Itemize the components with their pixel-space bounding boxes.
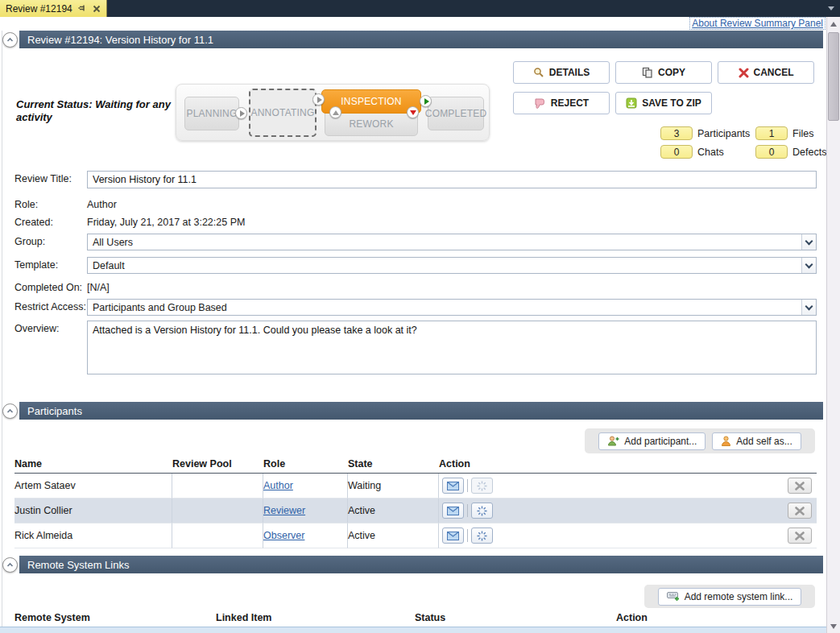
envelope-icon <box>447 507 459 515</box>
envelope-icon <box>447 532 459 540</box>
participant-role-link[interactable]: Observer <box>263 530 304 541</box>
workflow-stage-planning: PLANNING <box>184 97 239 130</box>
remove-participant-button[interactable] <box>788 503 812 519</box>
copy-button[interactable]: COPY <box>615 61 712 84</box>
poke-icon <box>477 481 487 491</box>
panel-bottom-edge <box>0 627 826 633</box>
tab-list-chevron-icon[interactable] <box>828 6 834 10</box>
cancel-button[interactable]: CANCEL <box>718 61 814 84</box>
group-label: Group: <box>14 234 87 247</box>
collapse-remote-button[interactable] <box>2 557 18 573</box>
participant-name: Rick Almeida <box>14 523 172 548</box>
add-remote-system-link-button[interactable]: Add remote system link... <box>658 588 802 606</box>
participants-section-title: Participants <box>27 405 82 417</box>
participant-pool <box>172 523 263 548</box>
red-x-icon <box>739 68 749 78</box>
scroll-up-button[interactable] <box>827 17 840 31</box>
participants-table: Name Review Pool Role State Action Artem… <box>14 456 817 548</box>
template-label: Template: <box>14 257 87 271</box>
remote-table: Remote System Linked Item Status Action <box>14 610 817 627</box>
review-counters: 3 Participants 1 Files 0 Chats 0 Defects <box>660 126 839 159</box>
remote-section-header[interactable]: Remote System Links <box>19 556 823 573</box>
participant-pool <box>172 499 263 523</box>
details-button[interactable]: DETAILS <box>513 61 610 84</box>
created-value: Friday, July 21, 2017 at 3:22:25 PM <box>87 214 245 228</box>
collapse-participants-button[interactable] <box>2 403 18 419</box>
scroll-up-icon <box>830 22 837 27</box>
participants-toolbar: Add participant... Add self as... <box>585 428 815 453</box>
email-participant-button[interactable] <box>442 528 464 544</box>
remove-participant-button[interactable] <box>788 478 812 494</box>
cancel-label: CANCEL <box>754 67 794 78</box>
add-person-icon <box>607 436 619 446</box>
close-icon[interactable] <box>93 5 101 13</box>
participants-section-header[interactable]: Participants <box>19 402 823 420</box>
poke-participant-button[interactable] <box>471 503 493 519</box>
add-self-as-button[interactable]: Add self as... <box>712 432 801 450</box>
tab-review[interactable]: Review #12194 <box>0 0 107 17</box>
copy-icon <box>642 67 653 78</box>
magnifier-icon <box>533 67 544 78</box>
poke-participant-button-disabled <box>471 478 493 494</box>
poke-icon <box>477 531 487 541</box>
delete-x-icon <box>795 532 805 540</box>
role-value: Author <box>87 197 117 210</box>
reject-button[interactable]: REJECT <box>513 92 610 114</box>
thumbs-down-icon <box>534 97 546 109</box>
col-role: Role <box>263 456 348 474</box>
overview-textarea[interactable]: Attached is a Version History for 11.1. … <box>87 321 817 374</box>
vertical-scrollbar[interactable] <box>826 17 840 633</box>
chevron-up-icon <box>6 35 14 44</box>
participant-pool <box>172 474 263 499</box>
completed-on-value: [N/A] <box>87 279 110 293</box>
col-state: State <box>348 456 439 474</box>
participant-row[interactable]: Rick Almeida Observer Active <box>14 523 817 548</box>
remove-participant-button[interactable] <box>788 528 812 544</box>
summary-section-header[interactable]: Review #12194: Version History for 11.1 <box>19 31 823 48</box>
action-divider <box>467 504 468 517</box>
email-participant-button[interactable] <box>442 503 464 519</box>
chevron-down-icon[interactable] <box>801 300 816 315</box>
email-participant-button[interactable] <box>442 478 464 494</box>
review-title-input[interactable] <box>87 171 817 188</box>
participant-name: Justin Collier <box>14 499 172 523</box>
workflow-stage-completed: COMPLETED <box>428 97 484 130</box>
review-title-label: Review Title: <box>14 171 87 184</box>
role-label: Role: <box>14 197 87 210</box>
participant-row-selected[interactable]: Justin Collier Reviewer Active <box>14 499 817 523</box>
help-strip: About Review Summary Panel <box>0 17 826 31</box>
defects-count-badge: 0 <box>755 145 788 159</box>
col-status: Status <box>415 610 616 627</box>
save-to-zip-button[interactable]: SAVE TO ZIP <box>615 92 712 114</box>
participant-role-link[interactable]: Reviewer <box>263 505 305 516</box>
add-participant-button[interactable]: Add participant... <box>598 432 706 450</box>
scroll-down-icon <box>830 624 837 629</box>
poke-participant-button[interactable] <box>471 528 493 544</box>
workflow-down-icon[interactable] <box>407 106 419 118</box>
add-participant-label: Add participant... <box>624 436 697 447</box>
group-select[interactable]: All Users <box>87 234 817 250</box>
restrict-access-label: Restrict Access: <box>14 299 87 312</box>
chats-count-badge: 0 <box>660 145 693 159</box>
template-row: Template: Default <box>14 257 817 274</box>
scrollbar-thumb[interactable] <box>828 32 839 121</box>
chevron-down-icon[interactable] <box>801 258 816 273</box>
files-count-badge: 1 <box>755 126 788 140</box>
about-review-summary-link[interactable]: About Review Summary Panel <box>689 17 826 30</box>
participant-role-link[interactable]: Author <box>263 480 293 491</box>
chevron-down-icon[interactable] <box>801 234 816 250</box>
participant-row[interactable]: Artem Sataev Author Waiting <box>14 474 817 499</box>
collapse-summary-button[interactable] <box>2 32 18 48</box>
workflow-up-icon[interactable] <box>329 106 341 118</box>
workflow-forward-icon <box>235 107 247 119</box>
chats-count-label: Chats <box>697 147 751 158</box>
workflow-diagram: PLANNING ANNOTATING INSPECTION REWORK CO… <box>176 84 490 141</box>
scroll-down-button[interactable] <box>827 619 840 633</box>
current-status-text: Current Status: Waiting for any activity <box>16 98 177 125</box>
overview-row: Overview: Attached is a Version History … <box>14 321 817 374</box>
template-select[interactable]: Default <box>87 257 817 274</box>
participants-count-label: Participants <box>697 128 751 139</box>
workflow-advance-icon[interactable] <box>420 95 432 107</box>
restrict-access-select[interactable]: Participants and Group Based <box>87 299 817 316</box>
pin-icon[interactable] <box>78 4 87 13</box>
